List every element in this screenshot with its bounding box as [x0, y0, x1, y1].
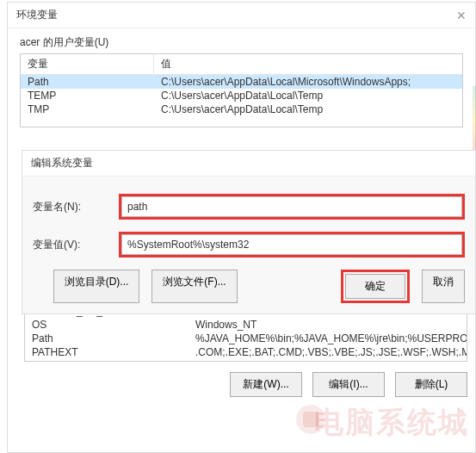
inner-dialog-title: 编辑系统变量 [22, 151, 475, 177]
delete-button[interactable]: 删除(L) [395, 372, 467, 397]
ok-button-highlight: 确定 [341, 270, 410, 303]
user-vars-section: acer 的用户变量(U) 变量 值 Path C:\Users\acer\Ap… [8, 28, 475, 127]
browse-file-button[interactable]: 浏览文件(F)... [151, 270, 238, 303]
var-name-label: 变量名(N): [33, 200, 119, 214]
decorative-strip [473, 86, 476, 155]
inner-dialog-body: 变量名(N): 变量值(V): 浏览目录(D)... 浏览文件(F)... 确定… [22, 177, 475, 313]
var-name-input-highlight [119, 194, 465, 220]
ok-button[interactable]: 确定 [345, 274, 405, 299]
cancel-button[interactable]: 取消 [422, 270, 465, 303]
cell-val: C:\Users\acer\AppData\Local\Temp [154, 102, 462, 116]
table-row[interactable]: TMP C:\Users\acer\AppData\Local\Temp [21, 102, 462, 116]
cell-var: TMP [21, 102, 154, 116]
table-row[interactable]: TEMP C:\Users\acer\AppData\Local\Temp [21, 89, 462, 102]
edit-button[interactable]: 编辑(I)... [312, 372, 385, 397]
table-row[interactable]: PATHEXT.COM;.EXE;.BAT;.CMD;.VBS;.VBE;.JS… [25, 345, 467, 359]
title-bar: 环境变量 ✕ [8, 3, 475, 28]
cell-val: C:\Users\acer\AppData\Local\Microsoft\Wi… [154, 75, 462, 89]
col-value: 值 [154, 54, 462, 74]
var-value-input-highlight [119, 232, 465, 258]
edit-sys-var-dialog: 编辑系统变量 变量名(N): 变量值(V): 浏览目录(D)... 浏览文件(F… [22, 150, 476, 314]
system-vars-buttons: 新建(W)... 编辑(I)... 删除(L) [24, 372, 467, 397]
table-header: 变量 值 [21, 54, 462, 75]
user-vars-table[interactable]: 变量 值 Path C:\Users\acer\AppData\Local\Mi… [20, 53, 463, 127]
var-value-row: 变量值(V): [33, 232, 465, 258]
col-variable: 变量 [21, 54, 154, 74]
var-name-row: 变量名(N): [33, 194, 465, 220]
var-value-input[interactable] [121, 234, 462, 255]
close-icon[interactable]: ✕ [456, 9, 467, 22]
spacer [250, 270, 329, 303]
table-row[interactable]: Path C:\Users\acer\AppData\Local\Microso… [21, 75, 462, 89]
table-row[interactable]: Path%JAVA_HOME%\bin;%JAVA_HOME%\jre\bin;… [25, 332, 467, 345]
cell-var: Path [21, 75, 154, 89]
var-name-input[interactable] [121, 196, 462, 217]
var-value-label: 变量值(V): [33, 238, 119, 252]
new-button[interactable]: 新建(W)... [230, 372, 302, 397]
table-row[interactable]: OSWindows_NT [25, 318, 467, 332]
inner-button-row: 浏览目录(D)... 浏览文件(F)... 确定 取消 [33, 270, 465, 303]
dialog-title: 环境变量 [16, 8, 58, 22]
browse-dir-button[interactable]: 浏览目录(D)... [53, 270, 139, 303]
cell-var: TEMP [21, 89, 154, 102]
user-vars-label: acer 的用户变量(U) [20, 35, 463, 50]
table-row[interactable]: PROCESSOR_ARCHITECTUREAMD64 [25, 359, 467, 362]
cell-val: C:\Users\acer\AppData\Local\Temp [154, 89, 462, 102]
